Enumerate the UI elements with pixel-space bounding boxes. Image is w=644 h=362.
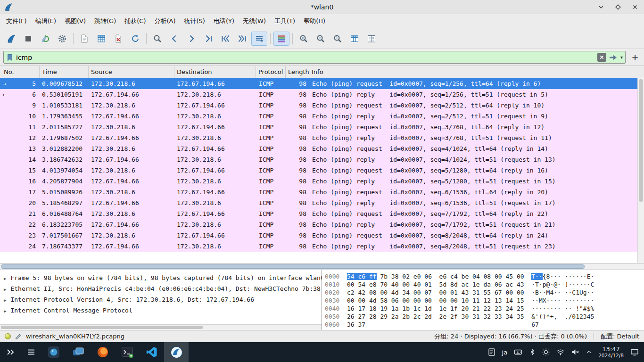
display-icon[interactable] [630, 348, 639, 356]
maximize-button[interactable] [613, 2, 623, 12]
menu-item[interactable]: 工具(T) [270, 15, 299, 27]
packet-row[interactable]: →5 0.009678512 172.30.218.6 172.67.194.6… [0, 78, 637, 89]
display-filter-field[interactable]: ▾ [3, 51, 626, 64]
column-header-no[interactable]: No. [0, 66, 40, 78]
save-file-button[interactable] [93, 32, 109, 46]
menu-item[interactable]: 视图(V) [60, 15, 90, 27]
stop-capture-button[interactable] [20, 32, 36, 46]
menu-item[interactable]: 电话(Y) [209, 15, 239, 27]
detail-row[interactable]: ▶Internet Control Message Protocol [0, 305, 322, 316]
zoom-reset-button[interactable]: 1 [330, 32, 346, 46]
titlebar[interactable]: *wlan0 [0, 0, 644, 14]
next-packet-button[interactable] [183, 32, 199, 46]
menu-item[interactable]: 分析(A) [150, 15, 180, 27]
packet-row[interactable]: 12 2.179687502 172.67.194.66 172.30.218.… [0, 132, 637, 143]
menu-item[interactable]: 统计(S) [180, 15, 209, 27]
details-hscrollbar-handle[interactable] [1, 326, 203, 329]
colorize-button[interactable] [273, 32, 289, 46]
start-capture-button[interactable] [3, 32, 19, 46]
packet-row[interactable]: 14 3.186742632 172.67.194.66 172.30.218.… [0, 154, 637, 165]
packet-row[interactable]: ←6 0.530105191 172.67.194.66 172.30.218.… [0, 89, 637, 100]
packet-row[interactable]: 17 5.015089926 172.30.218.6 172.67.194.6… [0, 187, 637, 197]
column-header-length[interactable]: Length [286, 66, 309, 78]
packet-row[interactable]: 15 4.013974054 172.30.218.6 172.67.194.6… [0, 165, 637, 176]
volume-muted-icon[interactable] [571, 348, 579, 356]
menu-item[interactable]: 无线(W) [239, 15, 270, 27]
filter-clear-button[interactable] [597, 53, 606, 62]
packet-row[interactable]: 24 7.186743377 172.67.194.66 172.30.218.… [0, 241, 637, 252]
wireshark-taskbar-icon[interactable] [164, 342, 189, 362]
notes-icon[interactable] [487, 348, 496, 356]
hscrollbar-handle[interactable] [1, 264, 585, 269]
expander-icon[interactable]: ▶ [4, 309, 6, 313]
column-header-info[interactable]: Info [309, 66, 644, 78]
packet-row[interactable]: 20 5.185468297 172.67.194.66 172.30.218.… [0, 197, 637, 208]
first-packet-button[interactable] [217, 32, 233, 46]
close-button[interactable] [630, 2, 640, 12]
firefox-icon[interactable] [91, 342, 115, 362]
hex-line[interactable]: 004016 17 18 19 1a 1b 1c 1d 1e 1f 20 21 … [325, 304, 644, 313]
display-filter-input[interactable] [16, 54, 595, 61]
wifi-icon[interactable] [556, 348, 565, 356]
filter-apply-button[interactable] [609, 54, 618, 61]
packet-row[interactable]: 16 4.205877904 172.67.194.66 172.30.218.… [0, 176, 637, 187]
packet-row[interactable]: 9 1.010533181 172.30.218.6 172.67.194.66… [0, 100, 637, 111]
hex-line[interactable]: 006036 3767 [325, 321, 644, 329]
open-file-button[interactable] [76, 32, 92, 46]
packet-row[interactable]: 23 7.017501667 172.30.218.6 172.67.194.6… [0, 230, 637, 241]
detail-row[interactable]: ▶Ethernet II, Src: HonHaiPrecis_c4:be:04… [0, 283, 322, 294]
filter-bookmark-icon[interactable] [6, 53, 14, 62]
auto-scroll-button[interactable] [251, 32, 267, 46]
app-launcher-1-icon[interactable] [41, 342, 66, 362]
terminal-icon[interactable] [115, 342, 140, 362]
applications-menu-button[interactable] [0, 342, 21, 362]
packet-list-vscrollbar[interactable] [637, 78, 644, 263]
expert-info-icon[interactable] [5, 333, 11, 339]
capture-options-button[interactable] [54, 32, 70, 46]
file-manager-icon[interactable] [66, 342, 91, 362]
hex-line[interactable]: 001000 54 e8 70 40 00 40 01 5d 8d ac 1e … [325, 280, 644, 288]
hex-line[interactable]: 005026 27 28 29 2a 2b 2c 2d 2e 2f 30 31 … [325, 313, 644, 321]
menu-item[interactable]: 捕获(C) [120, 15, 150, 27]
menu-item[interactable]: 文件(F) [2, 15, 31, 27]
input-method-indicator[interactable]: ja [502, 349, 508, 356]
hex-line[interactable]: 000054 c6 ff 7b 38 02 e0 06 e6 c4 be 04 … [325, 272, 644, 280]
column-header-destination[interactable]: Destination [174, 66, 256, 78]
toggle-columns-button[interactable] [363, 32, 380, 46]
hex-line[interactable]: 003000 00 4d 58 06 00 00 00 00 00 10 11 … [325, 296, 644, 304]
expander-icon[interactable]: ▶ [4, 287, 6, 292]
restart-capture-button[interactable] [37, 32, 53, 46]
zoom-out-button[interactable] [313, 32, 329, 46]
details-hscrollbar[interactable] [0, 324, 322, 330]
packet-row[interactable]: 11 2.011585727 172.30.218.6 172.67.194.6… [0, 122, 637, 132]
last-packet-button[interactable] [234, 32, 250, 46]
vscode-icon[interactable] [140, 342, 164, 362]
panel-expand-icon[interactable] [586, 349, 592, 355]
expander-icon[interactable]: ▶ [4, 276, 6, 281]
color-temperature-icon[interactable] [542, 348, 550, 356]
filter-add-button[interactable]: + [629, 52, 641, 62]
find-packet-button[interactable] [149, 32, 165, 46]
packet-row[interactable]: 13 3.012882200 172.30.218.6 172.67.194.6… [0, 143, 637, 154]
detail-row[interactable]: ▶Frame 5: 98 bytes on wire (784 bits), 9… [0, 272, 322, 283]
filter-history-caret-icon[interactable]: ▾ [620, 55, 623, 60]
column-header-time[interactable]: Time [40, 66, 89, 78]
column-header-protocol[interactable]: Protocol [256, 66, 286, 78]
bluetooth-icon[interactable] [529, 348, 536, 356]
expander-icon[interactable]: ▶ [4, 298, 6, 303]
packet-row[interactable]: 22 6.183223705 172.67.194.66 172.30.218.… [0, 219, 637, 230]
menu-item[interactable]: 跳转(G) [90, 15, 120, 27]
window-list-button[interactable] [21, 342, 41, 362]
packet-list-hscrollbar[interactable] [0, 263, 644, 270]
previous-packet-button[interactable] [166, 32, 182, 46]
menu-item[interactable]: 编辑(E) [31, 15, 60, 27]
capture-comment-icon[interactable] [15, 333, 22, 340]
vscrollbar-handle[interactable] [639, 79, 643, 202]
menu-item[interactable]: 帮助(H) [299, 15, 330, 27]
keyboard-icon[interactable] [513, 348, 523, 356]
close-file-button[interactable] [110, 32, 126, 46]
hex-line[interactable]: 0020c2 42 08 00 4d 34 00 07 00 01 43 31 … [325, 288, 644, 296]
reload-file-button[interactable] [127, 32, 143, 46]
minimize-button[interactable] [596, 2, 606, 12]
column-header-source[interactable]: Source [89, 66, 174, 78]
